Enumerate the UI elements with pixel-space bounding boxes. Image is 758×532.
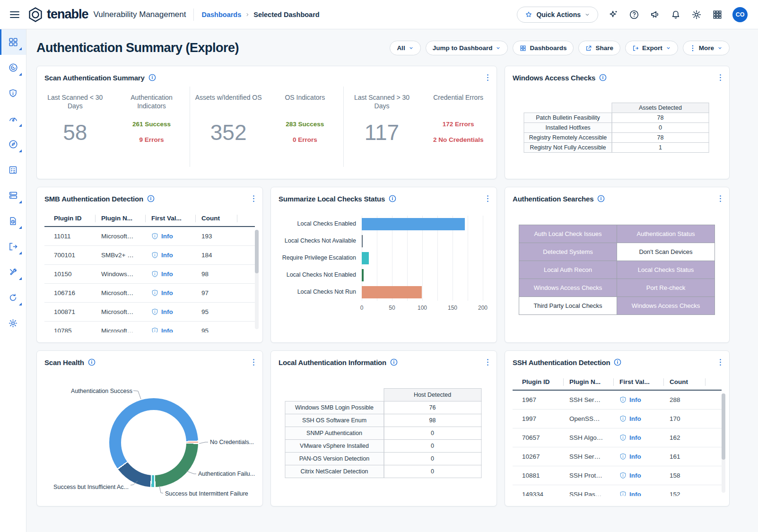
table-row[interactable]: 10881SSH Prot…Info158 bbox=[513, 466, 722, 485]
info-link[interactable]: Info bbox=[629, 453, 641, 460]
table-row[interactable]: 1967SSH Ser…Info288 bbox=[513, 391, 722, 410]
info-icon[interactable] bbox=[599, 74, 607, 81]
table-row[interactable]: 106716Microsoft…Info97 bbox=[44, 284, 255, 303]
metric-error-line[interactable]: 172 Errors bbox=[443, 121, 474, 128]
table-row[interactable]: Citrix NetScaler Detection0 bbox=[285, 465, 482, 478]
table-row[interactable]: Patch Bulletin Feasibility78 bbox=[524, 113, 710, 123]
search-tile[interactable]: Port Re-check bbox=[617, 279, 715, 297]
kebab-menu-icon[interactable] bbox=[719, 194, 722, 203]
column-header-plugin-id[interactable]: Plugin ID bbox=[44, 215, 96, 222]
sidebar-item-assets[interactable] bbox=[0, 80, 26, 106]
info-link[interactable]: Info bbox=[629, 396, 641, 403]
info-link[interactable]: Info bbox=[629, 434, 641, 441]
search-tile[interactable]: Local Checks Status bbox=[617, 261, 715, 279]
column-header-count[interactable]: Count bbox=[196, 215, 237, 222]
share-button[interactable]: Share bbox=[578, 41, 620, 55]
table-row[interactable]: 700101SMBv2+ …Info184 bbox=[44, 246, 255, 265]
kebab-menu-icon[interactable] bbox=[487, 73, 489, 82]
breadcrumb-dashboards-link[interactable]: Dashboards bbox=[201, 11, 241, 18]
column-header-plugin-name[interactable]: Plugin N... bbox=[96, 215, 146, 222]
more-button[interactable]: More bbox=[683, 41, 730, 55]
table-row[interactable]: 11011Microsoft…Info193 bbox=[44, 227, 255, 246]
search-tile[interactable]: Local Auth Recon bbox=[519, 261, 617, 279]
table-row[interactable]: 149334SSH Pas…Info152 bbox=[513, 485, 722, 496]
info-link[interactable]: Info bbox=[161, 233, 173, 240]
sidebar-item-findings[interactable] bbox=[0, 55, 26, 80]
sidebar-item-explore[interactable] bbox=[0, 131, 26, 157]
search-tile[interactable]: Authentication Status bbox=[617, 225, 715, 243]
table-row[interactable]: Registry Not Fully Accessible1 bbox=[524, 143, 710, 153]
search-tile[interactable]: Don't Scan Devices bbox=[617, 243, 715, 261]
kebab-menu-icon[interactable] bbox=[253, 358, 255, 366]
quick-actions-button[interactable]: Quick Actions bbox=[517, 7, 598, 23]
scrollbar-track[interactable] bbox=[255, 230, 259, 329]
settings-gear-icon[interactable] bbox=[691, 9, 702, 20]
table-row[interactable]: SSH OS Software Enum98 bbox=[285, 414, 482, 427]
column-header-plugin-name[interactable]: Plugin N... bbox=[564, 378, 614, 386]
metric-value[interactable]: 352 bbox=[210, 120, 247, 145]
kebab-menu-icon[interactable] bbox=[253, 194, 255, 203]
sidebar-item-tools[interactable] bbox=[0, 259, 26, 285]
scrollbar-thumb[interactable] bbox=[255, 230, 259, 273]
bar[interactable] bbox=[362, 252, 369, 264]
info-icon[interactable] bbox=[147, 195, 155, 202]
sidebar-item-settings[interactable] bbox=[0, 310, 26, 336]
table-row[interactable]: VMware vSphere Installed0 bbox=[285, 440, 482, 453]
table-row[interactable]: 10785Microsoft…Info95 bbox=[44, 322, 255, 332]
filter-all-button[interactable]: All bbox=[390, 41, 420, 55]
table-row[interactable]: Registry Remotely Accessible78 bbox=[524, 133, 710, 143]
search-tile[interactable]: Windows Access Checks bbox=[617, 297, 715, 315]
info-icon[interactable] bbox=[389, 195, 396, 202]
info-link[interactable]: Info bbox=[629, 491, 641, 496]
info-link[interactable]: Info bbox=[161, 327, 173, 332]
column-header-count[interactable]: Count bbox=[664, 378, 706, 386]
search-tile[interactable]: Windows Access Checks bbox=[519, 279, 617, 297]
column-header-plugin-id[interactable]: Plugin ID bbox=[513, 378, 564, 386]
avatar[interactable]: CO bbox=[732, 7, 748, 22]
announcements-megaphone-icon[interactable] bbox=[649, 9, 661, 20]
tenable-logo[interactable]: tenable Vulnerability Management bbox=[27, 7, 186, 23]
metric-success-line[interactable]: 283 Success bbox=[286, 121, 324, 128]
table-row[interactable]: 10267SSH Ser…Info161 bbox=[513, 447, 722, 466]
sidebar-item-dashboards[interactable] bbox=[0, 29, 26, 55]
search-tile[interactable]: Third Party Local Checks bbox=[519, 297, 617, 315]
bar[interactable] bbox=[362, 286, 422, 298]
info-icon[interactable] bbox=[597, 195, 605, 202]
table-row[interactable]: PAN-OS Version Detection0 bbox=[285, 453, 482, 465]
table-row[interactable]: 10150Windows…Info98 bbox=[44, 265, 255, 284]
info-link[interactable]: Info bbox=[161, 289, 173, 297]
info-link[interactable]: Info bbox=[161, 270, 173, 278]
app-switcher-grid-icon[interactable] bbox=[712, 9, 723, 20]
metric-error-line[interactable]: 9 Errors bbox=[139, 136, 164, 143]
info-icon[interactable] bbox=[614, 358, 621, 366]
info-icon[interactable] bbox=[390, 358, 398, 366]
search-tile[interactable]: Detected Systems bbox=[519, 243, 617, 261]
table-row[interactable]: Windows SMB Login Possible76 bbox=[285, 401, 482, 414]
info-icon[interactable] bbox=[88, 358, 96, 366]
sidebar-item-reports[interactable] bbox=[0, 208, 26, 234]
table-row[interactable]: 70657SSH Algo…Info162 bbox=[513, 428, 722, 447]
info-link[interactable]: Info bbox=[629, 415, 641, 422]
info-link[interactable]: Info bbox=[629, 472, 641, 479]
sidebar-item-export[interactable] bbox=[0, 234, 26, 259]
column-header-first-value[interactable]: First Val... bbox=[146, 215, 196, 222]
sidebar-item-refresh[interactable] bbox=[0, 285, 26, 310]
bar[interactable] bbox=[362, 235, 363, 247]
kebab-menu-icon[interactable] bbox=[719, 73, 722, 82]
kebab-menu-icon[interactable] bbox=[487, 358, 489, 366]
sidebar-item-scans[interactable] bbox=[0, 183, 26, 208]
table-row[interactable]: 100871Microsoft…Info95 bbox=[44, 303, 255, 322]
table-row[interactable]: 1997OpenSS…Info170 bbox=[513, 410, 722, 428]
table-row[interactable]: Installed Hotfixes0 bbox=[524, 123, 710, 133]
metric-success-line[interactable]: 261 Success bbox=[132, 121, 171, 128]
hamburger-menu-icon[interactable] bbox=[8, 8, 22, 22]
bar[interactable] bbox=[362, 218, 465, 230]
notifications-bell-icon[interactable] bbox=[670, 9, 681, 20]
search-tile[interactable]: Auth Local Check Issues bbox=[519, 225, 617, 243]
metric-value[interactable]: 117 bbox=[365, 120, 399, 145]
metric-value[interactable]: 58 bbox=[63, 120, 87, 145]
scrollbar-thumb[interactable] bbox=[722, 393, 725, 460]
export-button[interactable]: Export bbox=[625, 41, 678, 55]
info-icon[interactable] bbox=[148, 74, 156, 81]
sidebar-item-gauge[interactable] bbox=[0, 106, 26, 131]
